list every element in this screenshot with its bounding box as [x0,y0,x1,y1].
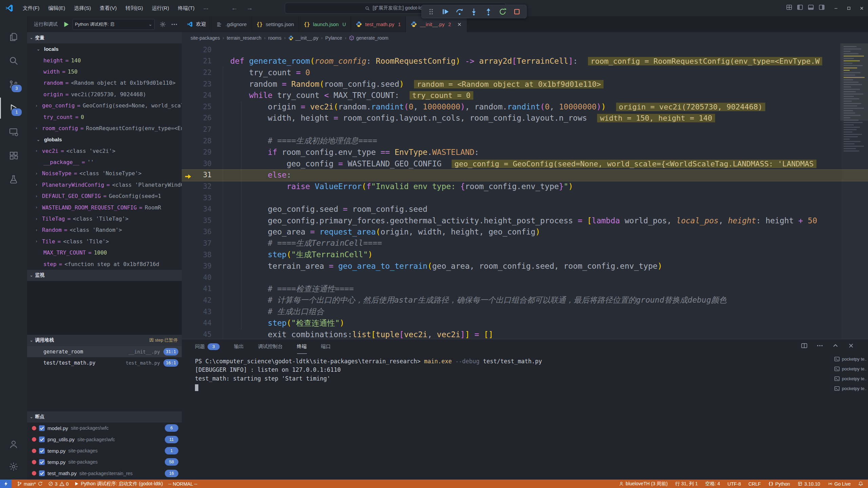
restart-button[interactable] [498,7,507,16]
activity-manage[interactable] [0,456,27,477]
tab-test_math.py[interactable]: test_math.py1 [351,16,406,32]
close-icon[interactable] [457,22,462,27]
panel-tab-[interactable]: 问题3 [195,340,220,354]
minimize-button[interactable] [829,0,842,16]
activity-explorer[interactable] [0,26,27,47]
panel-tab-[interactable]: 调试控制台 [258,340,283,354]
breadcrumb-item[interactable]: terrain_research [227,35,261,41]
variable-row[interactable]: step=<function step at 0x1bf8d716d [27,258,182,269]
breadcrumb-item[interactable]: Pylance [325,35,342,41]
terminal-instance[interactable]: pocketpy te… [834,364,867,374]
stop-button[interactable] [513,7,521,16]
scope-locals[interactable]: ⌄locals [27,43,182,55]
code-line-41[interactable]: 41 # ====检查连通性==== [182,283,868,295]
terminal-output[interactable]: PS C:\computer_science\godot-ldtk\site-p… [195,357,542,391]
gear-icon[interactable] [159,21,166,28]
terminal-instance[interactable]: pocketpy te… [834,384,867,393]
panel-tab-[interactable]: 端口 [321,340,331,354]
code-line-39[interactable]: 39 terrain_area = geo_area_to_terrain(ge… [182,260,868,272]
step-over-button[interactable] [455,7,464,16]
code-line-24[interactable]: 24 while try_count < MAX_TRY_COUNT:try_c… [182,89,868,101]
breakpoint-row[interactable]: model.pysite-packages\wfc6 [27,423,182,434]
breadcrumb-item[interactable]: generate_room [349,35,388,41]
status-indentation[interactable]: 空格: 4 [705,481,720,487]
activity-accounts[interactable] [0,434,27,455]
code-line-40[interactable]: 40 [182,272,868,283]
scope-globals[interactable]: ⌄globals [27,134,182,145]
status-python-version[interactable]: 3.10.10 [797,481,820,487]
variables-header[interactable]: ⌄变量 [27,32,182,43]
variable-row[interactable]: origin=vec2i(7205730, 9024468) [27,89,182,100]
breakpoints-header[interactable]: ⌄断点 [27,411,182,423]
code-line-32[interactable]: 32 raise ValueError(f"Invalid env type: … [182,181,868,192]
status-language-mode[interactable]: {}Python [768,481,790,487]
breadcrumb-item[interactable]: __init__.py [288,35,318,41]
status-notifications[interactable] [858,481,863,486]
menu-item-2[interactable]: 选择(S) [70,4,95,13]
variable-row[interactable]: ›WASTELAND_ROOM_REQUEST_CONFIG=RoomR [27,202,182,213]
more-icon[interactable] [816,342,823,349]
activity-search[interactable] [0,50,27,71]
step-into-button[interactable] [470,7,478,16]
breakpoint-checkbox[interactable] [39,448,45,454]
tab-launch.json[interactable]: {}launch.jsonU [299,16,351,32]
code-line-23[interactable]: 23 random = Random(room_config.seed)rand… [182,78,868,90]
code-line-20[interactable]: 20 [182,44,868,56]
code-line-37[interactable]: 37 # ====生成TerrainCell==== [182,238,868,249]
maximize-button[interactable] [842,0,855,16]
variable-row[interactable]: width=150 [27,66,182,77]
status-gitlens-author[interactable]: blueloveTH (3 周前) [619,481,668,487]
status-go-live[interactable]: Go Live [828,481,851,487]
start-debug-icon[interactable] [62,21,70,28]
code-line-42[interactable]: 42 # 计算每一个出口的中心，然后使用astar生成路径，确保每一个出口组合都… [182,294,868,306]
tab-.gdignore[interactable]: .gdignore [211,16,252,32]
code-line-28[interactable]: 28 # ====生成初始地理信息==== [182,135,868,147]
panel-tab-[interactable]: 输出 [234,340,244,354]
menu-item-3[interactable]: 查看(V) [96,4,120,13]
status-vim-mode[interactable]: -- NORMAL -- [168,481,197,487]
variable-row[interactable]: ›TileTag=<class 'TileTag'> [27,213,182,224]
menu-item-7[interactable]: ··· [200,4,212,13]
menu-item-1[interactable]: 编辑(E) [44,4,69,13]
forward-icon[interactable]: → [246,4,253,12]
variable-row[interactable]: ›NoiseType=<class 'NoiseType'> [27,168,182,179]
code-line-25[interactable]: 25 origin = vec2i(random.randint(0, 1000… [182,101,868,113]
breadcrumb-item[interactable]: site-packages [191,35,220,41]
close-icon[interactable] [848,342,854,349]
menu-item-5[interactable]: 运行(R) [148,4,173,13]
variable-row[interactable]: try_count=0 [27,111,182,122]
code-line-29[interactable]: 29 if room_config.env_type == EnvType.WA… [182,146,868,158]
variable-row[interactable]: ›Random=<class 'Random'> [27,224,182,236]
code-line-35[interactable]: 35 geo_config.primary_forces.geothermal_… [182,215,868,226]
breakpoint-checkbox[interactable] [39,425,45,431]
menu-item-6[interactable]: 终端(T) [174,4,198,13]
breakpoint-checkbox[interactable] [39,459,45,465]
tab-settings.json[interactable]: {}settings.json [252,16,299,32]
code-line-38[interactable]: 38 step("生成TerrainCell") [182,249,868,261]
minimap-slider[interactable] [840,43,868,121]
variable-row[interactable]: height=140 [27,55,182,66]
panel-tab-terminal-active[interactable]: 终端 [297,339,307,354]
code-line-27[interactable]: 27 [182,124,868,135]
tab-__init__.py[interactable]: __init__.py2 [406,16,467,32]
more-actions-icon[interactable] [171,21,178,28]
code-line-31[interactable]: 31 else: [182,169,868,181]
code-line-43[interactable]: 43 # 生成出口组合 [182,306,868,318]
breadcrumb-item[interactable]: rooms [268,35,281,41]
watch-header[interactable]: ⌄监视 [27,270,182,281]
code-line-21[interactable]: 21def generate_room(room_config: RoomReq… [182,56,868,67]
variable-row[interactable]: random=<Random object at 0x1bf9d01e110> [27,77,182,88]
layout-sidebar-right-icon[interactable] [818,4,825,11]
remote-indicator[interactable] [0,480,12,488]
back-icon[interactable]: ← [231,4,238,12]
code-line-45[interactable]: 45 exit_combinations:list[tuple[vec2i, v… [182,329,868,339]
status-encoding[interactable]: UTF-8 [728,481,741,487]
layout-panel-icon[interactable] [808,4,814,11]
code-line-22[interactable]: 22 try_count = 0 [182,67,868,78]
close-button[interactable] [855,0,868,16]
breakpoint-row[interactable]: test_math.pysite-packages\terrain_res16 [27,468,182,479]
terminal-instance[interactable]: pocketpy te… [834,354,867,364]
status-cursor-position[interactable]: 行 31, 列 1 [675,481,698,487]
code-editor[interactable]: 2021def generate_room(room_config: RoomR… [182,43,868,339]
status-problems[interactable]: 30 [48,481,69,487]
